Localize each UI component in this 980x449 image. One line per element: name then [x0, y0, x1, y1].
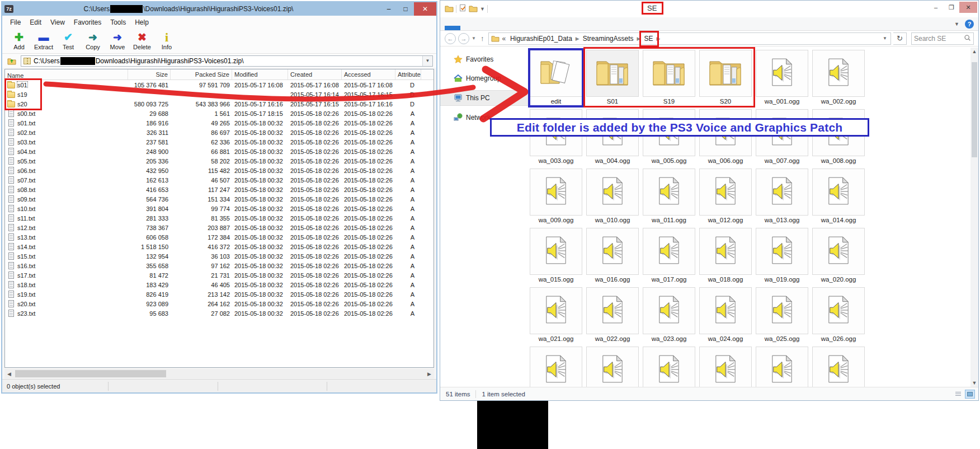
new-folder-icon[interactable]: [469, 4, 478, 14]
table-row[interactable]: s09.txt 564 736 151 334 2015-05-18 00:32…: [5, 194, 434, 204]
file-tile[interactable]: S01: [586, 50, 639, 106]
file-tile[interactable]: wa_021.ogg: [530, 287, 582, 343]
ribbon-tab[interactable]: [476, 26, 492, 30]
scroll-down-icon[interactable]: ▼: [970, 380, 979, 386]
up-folder-icon[interactable]: [6, 55, 18, 67]
file-tile[interactable]: wa_002.ogg: [812, 50, 865, 106]
file-tile[interactable]: edit: [530, 50, 582, 106]
maximize-button[interactable]: □: [397, 2, 414, 16]
file-tile[interactable]: wa_019.ogg: [756, 228, 808, 284]
file-tile[interactable]: wa_013.ogg: [756, 169, 808, 225]
minimize-button[interactable]: –: [928, 2, 944, 13]
chevron-down-icon[interactable]: ▼: [879, 33, 891, 44]
file-tile[interactable]: wa_009.ogg: [530, 169, 582, 225]
toolbar-button[interactable]: ✚ Add: [7, 32, 31, 50]
menu-item[interactable]: View: [46, 17, 69, 28]
file-tile[interactable]: wa_008.ogg: [812, 109, 865, 165]
scroll-left-icon[interactable]: ◀: [4, 371, 14, 377]
back-button[interactable]: ←: [445, 33, 456, 44]
ribbon-tab[interactable]: [445, 26, 460, 30]
file-tile[interactable]: wa_003.ogg: [530, 109, 582, 165]
refresh-button[interactable]: ↻: [893, 32, 907, 45]
table-row[interactable]: s16.txt 355 658 97 162 2015-05-18 00:32 …: [5, 261, 434, 270]
table-row[interactable]: s08.txt 416 653 117 247 2015-05-18 00:32…: [5, 185, 434, 194]
file-tile[interactable]: [643, 347, 695, 387]
file-tile[interactable]: wa_018.ogg: [699, 228, 752, 284]
file-tile[interactable]: wa_005.ogg: [643, 109, 695, 165]
help-icon[interactable]: ?: [965, 20, 974, 29]
file-tile[interactable]: wa_015.ogg: [530, 228, 582, 284]
file-tile[interactable]: [530, 347, 582, 387]
table-row[interactable]: s04.txt 248 900 66 881 2015-05-18 00:32 …: [5, 147, 434, 156]
scrollbar-thumb[interactable]: [972, 62, 977, 157]
table-row[interactable]: s06.txt 432 950 115 482 2015-05-18 00:32…: [5, 166, 434, 175]
table-row[interactable]: s01.txt 186 916 49 265 2015-05-18 00:32 …: [5, 118, 434, 128]
breadcrumb-overflow-icon[interactable]: «: [502, 35, 506, 43]
file-tile[interactable]: wa_011.ogg: [643, 169, 695, 225]
toolbar-button[interactable]: ➜ Move: [105, 32, 130, 50]
ribbon-tab[interactable]: [492, 26, 507, 30]
vertical-scrollbar[interactable]: ▲ ▼: [970, 48, 978, 387]
address-combobox[interactable]: C:\UsersDownloads\Higurashi\HigurashiPS3…: [21, 55, 433, 67]
file-tile[interactable]: wa_014.ogg: [812, 169, 865, 225]
table-row[interactable]: s10.txt 391 804 99 774 2015-05-18 00:32 …: [5, 204, 434, 213]
minimize-ribbon-icon[interactable]: ▼: [954, 21, 959, 27]
file-tile[interactable]: wa_017.ogg: [643, 228, 695, 284]
table-row[interactable]: s02.txt 326 311 86 697 2015-05-18 00:32 …: [5, 128, 434, 137]
file-tile[interactable]: wa_006.ogg: [699, 109, 752, 165]
file-tile[interactable]: wa_020.ogg: [812, 228, 865, 284]
toolbar-button[interactable]: ➜ Copy: [81, 32, 105, 50]
menu-item[interactable]: File: [6, 17, 25, 28]
file-tile[interactable]: S19: [643, 50, 695, 106]
chevron-down-icon[interactable]: ▼: [422, 56, 432, 66]
table-row[interactable]: s19 2015-05-17 16:14 2015-05-17 16:15 D: [5, 90, 434, 99]
file-tile[interactable]: wa_010.ogg: [586, 169, 639, 225]
menu-item[interactable]: Favorites: [69, 17, 106, 28]
file-tile[interactable]: wa_022.ogg: [586, 287, 639, 343]
table-row[interactable]: s05.txt 205 336 58 202 2015-05-18 00:32 …: [5, 156, 434, 166]
table-row[interactable]: s20 580 093 725 543 383 966 2015-05-17 1…: [5, 99, 434, 109]
menu-item[interactable]: Edit: [25, 17, 46, 28]
toolbar-button[interactable]: ✖ Delete: [130, 32, 154, 50]
table-row[interactable]: s00.txt 29 688 1 561 2015-05-17 18:15 20…: [5, 109, 434, 118]
sidebar-item[interactable]: This PC: [440, 90, 529, 106]
file-tile[interactable]: wa_001.ogg: [756, 50, 808, 106]
table-row[interactable]: s14.txt 1 518 150 416 372 2015-05-18 00:…: [5, 242, 434, 251]
table-row[interactable]: s19.txt 826 419 213 142 2015-05-18 00:32…: [5, 289, 434, 299]
table-row[interactable]: s07.txt 162 613 46 507 2015-05-18 00:32 …: [5, 175, 434, 185]
ribbon-tab[interactable]: [460, 26, 476, 30]
table-row[interactable]: s11.txt 281 333 81 355 2015-05-18 00:32 …: [5, 213, 434, 223]
toolbar-button[interactable]: ✔ Test: [56, 32, 81, 50]
file-tile[interactable]: [699, 347, 752, 387]
scrollbar-thumb[interactable]: [15, 370, 166, 377]
recent-locations-icon[interactable]: ▼: [472, 36, 476, 41]
properties-icon[interactable]: [459, 4, 467, 14]
breadcrumb-item[interactable]: SE: [642, 34, 654, 44]
scroll-right-icon[interactable]: ▶: [425, 371, 434, 377]
sidebar-item[interactable]: Homegroup: [440, 71, 529, 86]
menu-item[interactable]: Tools: [106, 17, 130, 28]
file-tile[interactable]: wa_004.ogg: [586, 109, 639, 165]
file-tile[interactable]: wa_024.ogg: [699, 287, 752, 343]
breadcrumb-item[interactable]: StreamingAssets: [581, 34, 635, 44]
file-tile[interactable]: wa_016.ogg: [586, 228, 639, 284]
toolbar-button[interactable]: i Info: [154, 32, 179, 50]
table-row[interactable]: s13.txt 606 058 172 384 2015-05-18 00:32…: [5, 232, 434, 242]
file-tile[interactable]: wa_025.ogg: [756, 287, 808, 343]
scroll-up-icon[interactable]: ▲: [970, 49, 979, 54]
table-row[interactable]: s17.txt 81 472 21 731 2015-05-18 00:32 2…: [5, 270, 434, 280]
file-tile[interactable]: wa_007.ogg: [756, 109, 808, 165]
table-row[interactable]: s18.txt 183 429 46 405 2015-05-18 00:32 …: [5, 280, 434, 289]
explorer-titlebar[interactable]: ▼ SE – ❐ ✕: [440, 1, 978, 17]
file-tile[interactable]: [812, 347, 865, 387]
close-button[interactable]: ✕: [414, 2, 436, 16]
menu-item[interactable]: Help: [130, 17, 153, 28]
table-row[interactable]: s01 105 376 481 97 591 709 2015-05-17 16…: [5, 80, 434, 90]
table-row[interactable]: s03.txt 237 581 62 336 2015-05-18 00:32 …: [5, 137, 434, 147]
close-button[interactable]: ✕: [959, 2, 977, 13]
breadcrumb[interactable]: « HigurashiEp01_Data ▶ StreamingAssets ▶…: [488, 32, 891, 45]
details-view-icon[interactable]: [953, 390, 963, 399]
up-button[interactable]: ↑: [478, 34, 487, 43]
toolbar-button[interactable]: ▬ Extract: [31, 32, 56, 50]
file-tile[interactable]: wa_026.ogg: [812, 287, 865, 343]
